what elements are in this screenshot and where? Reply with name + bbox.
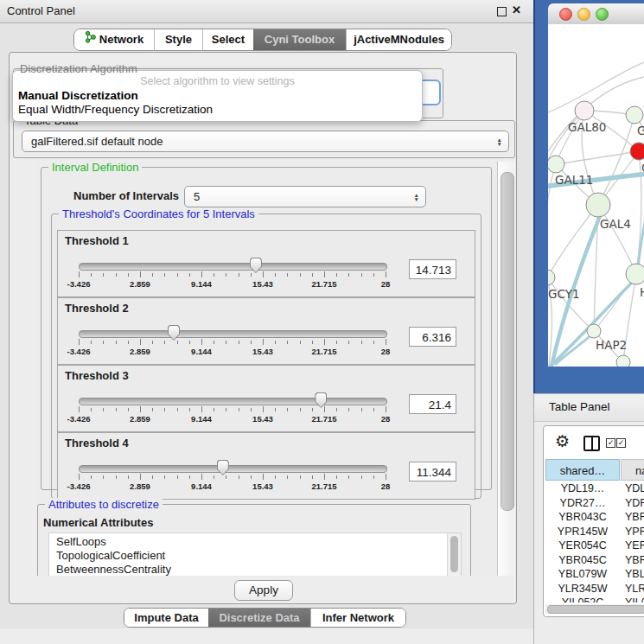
tab-network[interactable]: Network	[74, 29, 154, 50]
slider-tick-mark	[251, 341, 252, 344]
network-node[interactable]	[616, 355, 630, 367]
table-row[interactable]: YPR145WYPR1	[545, 525, 644, 539]
slider-tick-mark	[312, 408, 313, 411]
attribute-list-item[interactable]: TopologicalCoefficient	[49, 549, 461, 563]
threshold-slider-track[interactable]	[79, 263, 387, 271]
slider-tick-mark	[287, 341, 288, 344]
network-node[interactable]	[630, 143, 644, 160]
network-node[interactable]	[548, 156, 564, 173]
table-row[interactable]: YBL079WYBL0	[545, 567, 644, 582]
attributes-scrollbar-thumb[interactable]	[450, 536, 458, 572]
checkbox-icon[interactable]: ✓	[616, 438, 626, 448]
table-cell-name: YBL0	[625, 567, 644, 582]
bottom-tab-impute-data[interactable]: Impute Data	[124, 609, 208, 627]
table-row[interactable]: YBR043CYBR0	[545, 510, 644, 525]
slider-tick-label: 28	[381, 481, 391, 491]
minimize-traffic-light-icon[interactable]	[577, 8, 590, 21]
tab-select[interactable]: Select	[202, 29, 253, 50]
threshold-slider-thumb[interactable]	[217, 460, 229, 475]
slider-tick-mark	[79, 474, 80, 480]
threshold-slider-track[interactable]	[79, 465, 387, 473]
table-data-combobox[interactable]: galFiltered.sif default node ▲▼	[22, 131, 509, 152]
slider-tick-mark	[312, 273, 313, 277]
slider-tick-mark	[79, 339, 80, 345]
threshold-value-field[interactable]: 6.316	[409, 327, 456, 347]
slider-tick-mark	[373, 408, 374, 411]
network-canvas[interactable]: GAL80GACGAL11GAL4GCY1HHAP2	[548, 24, 644, 367]
table-row[interactable]: YDR27…YDR2	[545, 496, 644, 511]
threshold-slider-thumb[interactable]	[168, 325, 180, 341]
slider-tick-label: 28	[381, 347, 391, 356]
checkbox-icon[interactable]: ✓	[606, 438, 615, 448]
slider-tick-mark	[128, 273, 129, 277]
table-row[interactable]: YBR045CYBR0	[545, 553, 644, 568]
close-icon[interactable]: ✕	[512, 3, 521, 16]
network-node[interactable]	[626, 264, 644, 284]
slider-tick-mark	[128, 475, 129, 479]
dropdown-hint: Select algorithm to view settings	[13, 75, 422, 87]
slider-tick-mark	[239, 273, 239, 277]
network-node[interactable]	[586, 193, 610, 217]
gear-icon[interactable]: ⚙	[555, 431, 570, 451]
threshold-3-box: Threshold 3-3.4262.8599.14415.4321.71528…	[57, 365, 475, 432]
attribute-list-item[interactable]: BetweennessCentrality	[49, 563, 461, 576]
threshold-slider-thumb[interactable]	[315, 392, 327, 408]
table-row[interactable]: YER054CYER0	[545, 539, 644, 553]
slider-tick-mark	[361, 475, 362, 479]
slider-tick-label: 9.144	[191, 279, 212, 289]
network-edge[interactable]	[548, 277, 594, 331]
column-header-shared-name[interactable]: shared…	[545, 459, 620, 481]
apply-button[interactable]: Apply	[234, 580, 293, 601]
tab-style[interactable]: Style	[154, 29, 202, 50]
bottom-tab-infer-network[interactable]: Infer Network	[310, 609, 405, 627]
threshold-value-field[interactable]: 21.4	[409, 394, 456, 414]
network-node[interactable]	[587, 324, 601, 338]
slider-tick-label: 2.859	[130, 414, 150, 424]
network-edge[interactable]	[548, 61, 644, 112]
network-node[interactable]	[548, 270, 555, 285]
threshold-value-field[interactable]: 14.713	[409, 259, 456, 279]
dropdown-option[interactable]: Manual Discretization	[18, 89, 138, 102]
threshold-value-field[interactable]: 11.344	[409, 462, 456, 481]
slider-tick-label: 2.859	[130, 279, 150, 289]
table-horizontal-scrollbar[interactable]	[545, 604, 644, 614]
threshold-slider-track[interactable]	[79, 330, 387, 338]
network-edge-highlighted[interactable]	[555, 333, 594, 365]
column-header-name[interactable]: name	[621, 459, 644, 481]
slider-tick-mark	[189, 408, 190, 411]
slider-tick-mark	[140, 474, 141, 480]
bottom-tab-discretize-data[interactable]: Discretize Data	[208, 609, 310, 627]
close-traffic-light-icon[interactable]	[559, 8, 572, 21]
cyni-bottom-tabbar: Impute DataDiscretize DataInfer Network	[124, 608, 406, 628]
network-edge[interactable]	[556, 151, 639, 164]
slider-tick-label: 21.715	[311, 347, 336, 356]
network-node[interactable]	[575, 101, 594, 120]
tab-cyni-toolbox[interactable]: Cyni Toolbox	[253, 29, 346, 50]
main-vertical-scrollbar[interactable]	[497, 162, 516, 576]
table-row[interactable]: YDL19…YDL1	[545, 481, 644, 496]
network-node[interactable]	[626, 106, 643, 124]
columns-icon[interactable]	[583, 436, 600, 451]
node-table-rows: YDL19…YDL1YDR27…YDR2YBR043CYBR0YPR145WYP…	[545, 481, 644, 603]
attributes-list-scrollbar[interactable]	[447, 533, 461, 576]
tab-jactivemnodules[interactable]: jActiveMNodules	[346, 29, 451, 50]
number-of-intervals-combobox[interactable]: 5 ▲▼	[184, 186, 426, 207]
interval-definition-title: Interval Definition	[48, 162, 142, 174]
table-row[interactable]: YLR345WYLR3	[545, 582, 644, 596]
slider-tick-mark	[312, 475, 313, 479]
dropdown-option[interactable]: Equal Width/Frequency Discretization	[18, 103, 213, 116]
main-scrollbar-thumb[interactable]	[501, 172, 514, 511]
threshold-slider-thumb[interactable]	[250, 258, 262, 273]
slider-tick-mark	[336, 341, 337, 344]
attribute-list-item[interactable]: SelfLoops	[49, 535, 461, 549]
slider-tick-mark	[214, 273, 214, 277]
slider-tick-mark	[263, 474, 264, 480]
zoom-traffic-light-icon[interactable]	[596, 8, 609, 21]
slider-tick-label: 21.715	[311, 481, 336, 491]
threshold-slider-track[interactable]	[79, 398, 387, 405]
numerical-attributes-list[interactable]: SelfLoopsTopologicalCoefficientBetweenne…	[48, 532, 462, 576]
float-window-icon[interactable]	[497, 7, 507, 16]
table-hscrollbar-thumb[interactable]	[547, 605, 644, 614]
slider-tick-mark	[214, 341, 214, 344]
table-row[interactable]: YIL052CYIL0	[545, 596, 644, 603]
